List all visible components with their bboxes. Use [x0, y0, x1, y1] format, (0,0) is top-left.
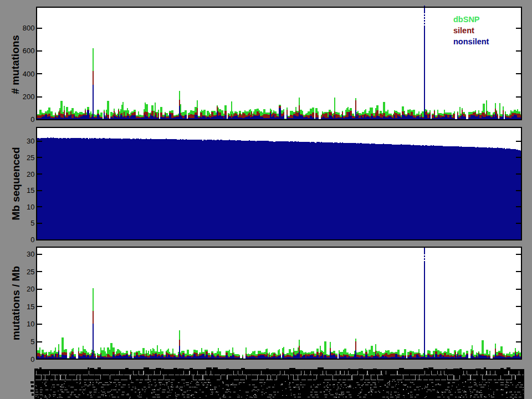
svg-text:30: 30 — [27, 250, 34, 258]
svg-text:25: 25 — [27, 268, 34, 276]
svg-text:800: 800 — [23, 24, 35, 32]
svg-text:0: 0 — [30, 236, 34, 244]
svg-text:silent: silent — [453, 26, 474, 35]
svg-text:# mutations: # mutations — [9, 35, 21, 94]
svg-text:200: 200 — [23, 93, 35, 101]
svg-text:10: 10 — [27, 320, 34, 328]
svg-text:0: 0 — [30, 115, 34, 124]
svg-text:20: 20 — [27, 170, 34, 178]
svg-text:0: 0 — [30, 355, 34, 364]
svg-text:15: 15 — [27, 303, 34, 311]
svg-text:mutations / Mb: mutations / Mb — [10, 266, 22, 340]
svg-text:25: 25 — [27, 154, 34, 162]
svg-text:30: 30 — [27, 137, 34, 145]
svg-text:dbSNP: dbSNP — [453, 15, 480, 24]
svg-text:15: 15 — [27, 186, 34, 195]
svg-text:5: 5 — [30, 337, 34, 346]
svg-text:10: 10 — [27, 203, 34, 211]
svg-text:400: 400 — [23, 70, 35, 78]
svg-text:Mb sequenced: Mb sequenced — [10, 147, 22, 221]
svg-text:nonsilent: nonsilent — [453, 37, 489, 46]
svg-text:20: 20 — [27, 285, 34, 293]
svg-text:5: 5 — [30, 219, 34, 227]
svg-text:600: 600 — [23, 47, 35, 55]
